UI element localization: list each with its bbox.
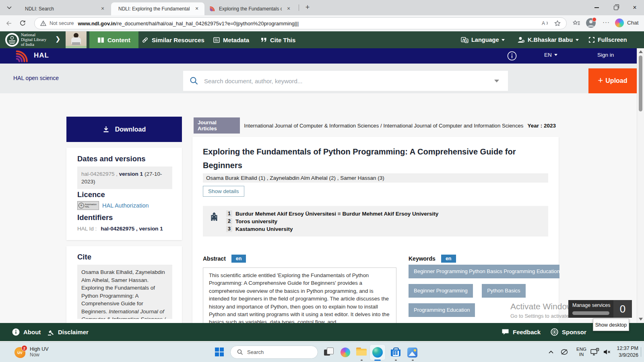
window-minimize-button[interactable] — [587, 0, 606, 15]
back-icon[interactable] — [4, 19, 14, 28]
info-icon[interactable] — [507, 51, 517, 61]
sign-in-link[interactable]: Sign in — [597, 52, 614, 58]
address-bar[interactable]: Not secure www.ndl.gov.in/re_document/ha… — [34, 17, 567, 29]
show-details-button[interactable]: Show details — [203, 186, 244, 197]
browser-profile-avatar[interactable] — [586, 18, 596, 28]
scroll-up-arrow[interactable] — [639, 50, 643, 53]
copilot-chat-label[interactable]: Chat — [627, 20, 639, 26]
svg-text:A: A — [542, 21, 545, 26]
download-icon — [103, 126, 109, 133]
weather-widget[interactable]: UV 2 High UV Now — [14, 346, 49, 358]
about-link[interactable]: About — [12, 323, 41, 341]
sponsor-icon — [551, 328, 558, 336]
favorite-star-icon[interactable] — [554, 20, 561, 27]
refresh-icon[interactable] — [18, 19, 27, 28]
microsoft-store-icon[interactable] — [390, 346, 402, 358]
sponsor-link[interactable]: Sponsor — [551, 323, 586, 341]
building-icon — [209, 211, 219, 221]
browser-menu-icon[interactable]: ··· — [603, 19, 610, 25]
read-aloud-icon[interactable]: A — [541, 20, 549, 27]
tab-metadata[interactable]: Metadata — [213, 31, 249, 48]
browser-tab-ndli-search[interactable]: NDLI: Search × — [18, 2, 110, 15]
browser-tab-active[interactable]: NDLI: Exploring the Fundamentals × — [111, 2, 204, 15]
clock[interactable]: 12:37 PM3/9/2026 — [613, 342, 638, 362]
language-selector[interactable]: EN — [544, 52, 557, 58]
authors-row[interactable]: Osama Burak Elhalid (1) , Zaynelabdin Al… — [203, 173, 548, 183]
document-card: Exploring the Fundamentals of Python Pro… — [192, 137, 559, 323]
version-entry[interactable]: hal-04262975 , version 1 (27-10-2023) — [77, 167, 172, 189]
hal-search-box[interactable]: Search document, author, keyword... — [183, 71, 508, 91]
scroll-down-arrow[interactable] — [639, 318, 643, 321]
keyword-tag[interactable]: Beginner Programming — [409, 284, 473, 298]
tab-close-icon[interactable]: × — [285, 5, 292, 12]
tray-hidden-device-icon[interactable] — [560, 342, 568, 362]
language-menu[interactable]: Aa Language — [461, 31, 505, 48]
scrollbar-thumb[interactable] — [639, 56, 642, 111]
photos-app-icon[interactable] — [407, 346, 419, 358]
tab-search-chevron-icon[interactable] — [4, 3, 14, 12]
tab-close-icon[interactable]: × — [193, 5, 200, 12]
copilot-icon[interactable] — [615, 19, 624, 27]
tab-close-icon[interactable]: × — [99, 5, 106, 12]
abstract-language-badge[interactable]: en — [231, 255, 246, 263]
page-scrollbar[interactable] — [637, 48, 644, 323]
edge-browser-icon[interactable] — [369, 344, 386, 360]
licence-link[interactable]: HAL Authorization — [102, 202, 149, 209]
volume-muted-icon[interactable] — [603, 342, 611, 362]
network-icon[interactable] — [590, 342, 600, 362]
favorites-bar-icon[interactable] — [572, 19, 581, 28]
keyword-tag[interactable]: Beginner Programming Python Basics Progr… — [409, 265, 559, 278]
resource-thumbnail — [66, 31, 87, 48]
affiliation-row[interactable]: 2 Toros university — [226, 218, 277, 224]
new-tab-button[interactable]: + — [303, 3, 312, 12]
document-page: Download Dates and versions hal-04262975… — [0, 93, 644, 323]
window-restore-button[interactable] — [607, 0, 625, 15]
tab-title: NDLI: Exploring the Fundamentals — [118, 6, 190, 12]
hal-search-band: HAL open science Search document, author… — [0, 64, 644, 93]
citation-text: Osama Burak Elhalid, Zaynelabdin Alm Alh… — [77, 265, 172, 319]
affiliation-row[interactable]: 1 Burdur Mehmet Akif Ersoy Üniversitesi … — [226, 210, 438, 217]
tab-similar-resources[interactable]: Similar Resources — [142, 31, 204, 48]
hal-logo[interactable] — [14, 49, 31, 64]
feedback-link[interactable]: Feedback — [502, 323, 541, 341]
tray-chevron-up[interactable] — [548, 342, 554, 362]
fullscreen-button[interactable]: Fullscreen — [588, 31, 627, 48]
hal-favicon — [209, 6, 216, 12]
url-text: www.ndl.gov.in/re_document/hal/hal/oai_h… — [78, 21, 538, 27]
journal-name[interactable]: International Journal of Computer & Info… — [244, 123, 523, 129]
disclaimer-link[interactable]: Disclaimer — [47, 323, 89, 341]
browser-tab-hal[interactable]: Exploring the Fundamentals of Pyt × — [205, 2, 296, 15]
tab-content[interactable]: Content — [89, 31, 138, 48]
download-button[interactable]: Download — [66, 117, 182, 142]
fullscreen-icon — [588, 37, 595, 43]
keywords-language-badge[interactable]: en — [441, 255, 456, 263]
start-button[interactable] — [215, 348, 223, 356]
keyword-tag[interactable]: Python Basics — [482, 284, 525, 298]
chevron-right-icon[interactable]: ❯ — [55, 35, 60, 43]
affiliation-row[interactable]: 3 Kastamonu University — [226, 226, 293, 232]
tab-cite-this[interactable]: Cite This — [261, 31, 295, 48]
quote-icon — [261, 37, 267, 43]
info-circle-icon — [12, 328, 20, 336]
search-dropdown-icon[interactable] — [494, 80, 499, 82]
manage-services-progress — [572, 311, 609, 315]
affiliations-box: 1 Burdur Mehmet Akif Ersoy Üniversitesi … — [203, 206, 548, 237]
task-view-button[interactable] — [323, 346, 335, 358]
window-close-button[interactable]: × — [625, 0, 644, 15]
chevron-down-icon — [576, 39, 579, 41]
language-indicator[interactable]: ENGIN — [576, 342, 586, 362]
copilot-taskbar-icon[interactable] — [340, 346, 352, 358]
activate-windows-watermark: Activate Windows — [510, 302, 577, 311]
manage-services-label: Manage services — [572, 302, 611, 308]
upload-button[interactable]: + Upload — [588, 68, 637, 93]
affiliation-number: 1 — [226, 210, 232, 217]
licence-heading: Licence — [77, 190, 105, 199]
book-icon — [97, 37, 104, 43]
file-explorer-icon[interactable] — [356, 346, 368, 358]
chevron-down-icon — [502, 39, 505, 41]
keyword-tag[interactable]: Programming Education — [409, 303, 475, 317]
user-menu[interactable]: K.Bhaskar Babu — [517, 31, 579, 48]
show-desktop-tooltip[interactable]: Show desktop — [593, 319, 629, 331]
taskbar-edge-divider — [641, 347, 641, 357]
taskbar-search[interactable]: Search — [230, 346, 318, 359]
